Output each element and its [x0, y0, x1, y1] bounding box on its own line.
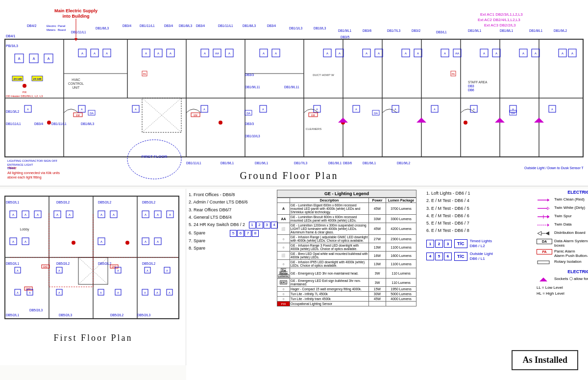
symbol-cell: ○: [277, 235, 290, 243]
symbol-text: Panic AlarmAlarm Push Button-Applied to …: [554, 249, 588, 258]
svg-text:DB1/11/L1: DB1/11/L1: [51, 122, 67, 126]
svg-text:DB1/8/L3: DB1/8/L3: [96, 26, 109, 30]
symbol-key-title-1: ELECTRICAL & DATA SYMBOL KEY: [537, 190, 588, 195]
svg-text:DB5/2/L2: DB5/2/L2: [142, 262, 155, 265]
svg-text:DB1/3/L2: DB1/3/L2: [6, 110, 19, 113]
lighting-legend: GE - Lighting Legend Description Power L…: [277, 190, 416, 306]
svg-text:EM: EM: [311, 114, 315, 117]
svg-text:DB1/10/L3: DB1/10/L3: [245, 134, 260, 138]
desc-cell: GE - Infusion Range 3 Fixed LED downligh…: [290, 243, 369, 252]
lumens-cell: 1100 Lumens: [386, 260, 416, 268]
badge-4: 4: [426, 253, 434, 260]
list-item: 2. Admin / Counter LTS DB6/6: [189, 199, 278, 206]
badge-1: 1: [426, 240, 434, 248]
outside-light-label: Outside LightDB6 / L1: [470, 252, 493, 262]
svg-text:A: A: [100, 213, 102, 216]
svg-text:DB5/2/L1: DB5/2/L1: [6, 201, 19, 204]
table-row: PIR Occupational Lighting Sensor: [277, 302, 416, 306]
svg-text:DB1/9/L2: DB1/9/L2: [397, 161, 410, 165]
table-row: A GE - Luminition Elgant 600m x 600m rec…: [277, 203, 416, 215]
svg-text:above each light fitting: above each light fitting: [7, 176, 42, 179]
svg-text:DB3/3: DB3/3: [245, 122, 254, 126]
lumens-cell: 1950 Lumens: [386, 287, 416, 292]
svg-text:All lighting connected via Kli: All lighting connected via Klik units: [7, 171, 60, 175]
desc-cell: GE - Infusion Range | adjustable GN6C LE…: [290, 235, 369, 243]
lumens-cell: 4000 Lumens: [386, 297, 416, 302]
desc-cell: GE - Emergency LED 3hr non-maintained he…: [290, 268, 369, 279]
svg-text:A: A: [483, 52, 485, 55]
svg-text:A: A: [495, 52, 497, 55]
svg-text:A: A: [33, 57, 35, 60]
symbol-text: Data Alarm System to clients specificati…: [554, 239, 588, 248]
svg-text:A: A: [535, 52, 537, 55]
svg-text:A: A: [378, 52, 380, 55]
svg-text:DB3/5: DB3/5: [341, 35, 349, 39]
badge-6: 6: [444, 253, 452, 260]
svg-text:A: A: [326, 52, 328, 55]
list-item: 4. General LTS DB6/4: [189, 214, 278, 221]
svg-text:DB4/2: DB4/2: [27, 24, 37, 27]
svg-text:LIGHTING CONTRACTOR SIGN OFF: LIGHTING CONTRACTOR SIGN OFF: [7, 159, 58, 162]
twin-spur-icon: [537, 214, 552, 221]
list-item: 6. E / M Test - DB6 / 8: [426, 227, 534, 234]
tc-badge-timed: T/C: [454, 239, 467, 248]
svg-text:DB5/2/L2: DB5/2/L2: [98, 201, 111, 204]
svg-text:24 HR: 24 HR: [33, 77, 42, 80]
power-cell: 13W: [369, 260, 386, 268]
symbol-text: Twin Data: [554, 222, 572, 227]
svg-text:DB1/11/L1: DB1/11/L1: [71, 30, 86, 34]
list-item: 1. Front Offices - DB6/8: [189, 191, 278, 199]
svg-text:PA: PA: [143, 73, 147, 76]
power-cell: 3W: [369, 268, 386, 279]
svg-text:DB5/2/L2: DB5/2/L2: [110, 313, 123, 317]
svg-text:UNIT: UNIT: [72, 86, 79, 89]
symbol-cell: Per RangeLumens: [277, 268, 290, 279]
svg-text:DB6: DB6: [468, 88, 474, 92]
svg-text:DB1/8/L3: DB1/8/L3: [179, 24, 192, 27]
symbol-cell: AA: [277, 215, 290, 223]
svg-text:PA: PA: [452, 73, 455, 76]
power-cell: [369, 302, 386, 306]
symbol-item-pa: PA Panic AlarmAlarm Push Button-Applied …: [537, 249, 588, 258]
svg-text:PIR: PIR: [23, 91, 27, 94]
symbol-item-twin-data: Twin Data: [537, 222, 588, 229]
symbol-text: Distribution Board: [554, 230, 586, 235]
desc-cell: GE - Breo LED Opal white wall mounted bu…: [290, 252, 369, 260]
svg-text:A: A: [12, 213, 14, 216]
list-item: 8. Spare: [189, 245, 278, 252]
svg-text:DB5/2/L2: DB5/2/L2: [56, 262, 70, 265]
svg-text:DB5/2/L1: DB5/2/L1: [6, 313, 19, 317]
svg-text:DA: DA: [246, 112, 250, 115]
power-cell: 3W: [369, 279, 386, 287]
svg-text:DB3: DB3: [468, 84, 474, 88]
svg-text:A: A: [81, 52, 83, 55]
first-floor-plan-area: Lobby DB5/2/L1 DB5/2/L2 DB5/2/L2 DB5/2/L…: [0, 189, 186, 365]
svg-text:A: A: [113, 213, 115, 216]
desc-cell: Occupational Lighting Sensor: [290, 302, 369, 306]
timed-lights-badges: 1 2 3: [426, 240, 452, 248]
svg-text:AA: AA: [215, 52, 219, 55]
symbol-text: Twin Spur: [554, 214, 572, 218]
distribution-board-icon: [537, 230, 552, 237]
da-icon: DA: [537, 239, 552, 244]
svg-text:DB3/6: DB3/6: [343, 161, 352, 165]
svg-point-258: [125, 241, 129, 245]
svg-text:First  Floor  Plan: First Floor Plan: [53, 333, 132, 343]
svg-text:A: A: [157, 52, 159, 55]
pa-icon: PA: [537, 249, 552, 254]
svg-text:DB1/7/L3: DB1/7/L3: [294, 161, 307, 165]
svg-point-28: [23, 84, 26, 88]
outside-light-section: 4 5 6 T/C Outside LightDB6 / L1: [426, 252, 534, 262]
svg-text:DB5/2/L2: DB5/2/L2: [98, 262, 111, 265]
svg-text:DB1/11/L1: DB1/11/L1: [186, 161, 201, 165]
outside-light-badges: 4 5 6: [426, 253, 452, 260]
list-item: 7. Spare: [189, 237, 278, 245]
svg-point-257: [72, 241, 75, 245]
table-row: Per RangeLumens GE - Emergency LED 3hr n…: [277, 268, 416, 279]
svg-text:A: A: [522, 52, 524, 55]
svg-marker-291: [547, 199, 549, 202]
desc-cell: Tun Lite - infinity 7L 4500k: [290, 292, 369, 297]
symbol-item-twin-spur: Twin Spur: [537, 214, 588, 221]
svg-text:Panel: Panel: [58, 25, 65, 27]
svg-text:FIRST FLOOR: FIRST FLOOR: [142, 154, 168, 159]
